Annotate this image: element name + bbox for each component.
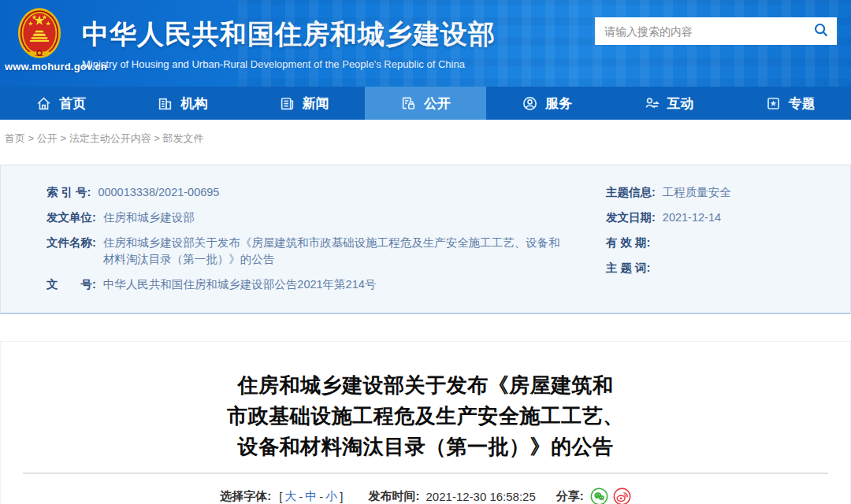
doc-info-value: 中华人民共和国住房和城乡建设部公告2021年第214号: [103, 276, 563, 293]
title-divider: [23, 472, 828, 474]
doc-info-value: [657, 260, 836, 276]
doc-info-row-subject-info: 主题信息: 工程质量安全: [606, 184, 836, 201]
wechat-share-icon[interactable]: [590, 487, 608, 504]
doc-info-value: 工程质量安全: [663, 184, 836, 201]
doc-info-value: 2021-12-14: [663, 209, 836, 226]
doc-info-label: 发文单位:: [46, 209, 96, 226]
interaction-icon: [644, 95, 660, 112]
doc-info-label: 文 号:: [46, 276, 96, 293]
national-emblem: [17, 6, 61, 65]
doc-info-label: 索 引 号:: [46, 184, 91, 201]
doc-info-label: 发文日期:: [606, 209, 656, 226]
nav-item-service[interactable]: 服务: [486, 87, 608, 120]
doc-info-row-validity-period: 有 效 期:: [606, 235, 836, 251]
nav-item-disclosure[interactable]: 公开: [365, 87, 486, 120]
publish-time-label: 发布时间:: [369, 489, 420, 504]
doc-info-label: 有 效 期:: [606, 235, 650, 251]
separator: -: [319, 490, 323, 503]
nav-label: 机构: [180, 94, 207, 113]
organization-icon: [157, 95, 173, 112]
news-icon: [279, 95, 295, 112]
nav-item-topics[interactable]: 专题: [730, 87, 851, 120]
nav-item-home[interactable]: 首页: [0, 87, 121, 120]
bracket: ]: [340, 490, 343, 503]
font-selector-label: 选择字体:: [220, 489, 271, 504]
doc-info-value: 住房和城乡建设部关于发布《房屋建筑和市政基础设施工程危及生产安全施工工艺、设备和…: [103, 235, 563, 268]
nav-label: 专题: [789, 94, 816, 113]
site-subtitle-english: Ministry of Housing and Urban-Rural Deve…: [82, 58, 496, 70]
font-size-small-button[interactable]: 小: [325, 489, 337, 504]
publish-time-value: 2021-12-30 16:58:25: [426, 490, 536, 503]
article-title-line: 设备和材料淘汰目录（第一批）》的公告: [1, 432, 850, 462]
weibo-share-icon[interactable]: [613, 487, 631, 504]
bracket: [: [279, 490, 282, 503]
doc-info-row-keywords: 主 题 词:: [606, 260, 836, 276]
home-icon: [35, 95, 52, 112]
service-icon: [522, 95, 538, 112]
share-label: 分享:: [556, 489, 584, 504]
doc-info-value: [657, 235, 836, 251]
search-input[interactable]: [604, 25, 813, 38]
article-title-line: 市政基础设施工程危及生产安全施工工艺、: [1, 401, 850, 432]
doc-info-row-index-number: 索 引 号: 000013338/2021-00695: [46, 184, 563, 201]
nav-item-interaction[interactable]: 互动: [608, 87, 729, 120]
doc-info-row-document-name: 文件名称: 住房和城乡建设部关于发布《房屋建筑和市政基础设施工程危及生产安全施工…: [46, 235, 563, 268]
doc-info-row-issuing-unit: 发文单位: 住房和城乡建设部: [46, 209, 563, 226]
nav-label: 服务: [545, 94, 572, 113]
search-icon[interactable]: [813, 22, 829, 41]
document-info-panel: 索 引 号: 000013338/2021-00695 发文单位: 住房和城乡建…: [0, 165, 851, 314]
nav-label: 首页: [59, 94, 86, 113]
font-size-medium-button[interactable]: 中: [305, 489, 317, 504]
doc-info-value: 000013338/2021-00695: [98, 184, 563, 201]
article-title: 住房和城乡建设部关于发布《房屋建筑和 市政基础设施工程危及生产安全施工工艺、 设…: [1, 370, 850, 462]
main-nav: 首页 机构 新闻 公开: [0, 87, 851, 120]
disclosure-icon: [400, 95, 417, 112]
article-meta-bar: 选择字体: [ 大 - 中 - 小 ] 发布时间: 2021-12-30 16:…: [1, 487, 850, 504]
nav-item-news[interactable]: 新闻: [243, 87, 365, 120]
separator: -: [299, 490, 303, 503]
doc-info-label: 主 题 词:: [606, 260, 650, 276]
article-panel: 住房和城乡建设部关于发布《房屋建筑和 市政基础设施工程危及生产安全施工工艺、 设…: [0, 341, 851, 504]
doc-info-row-issue-date: 发文日期: 2021-12-14: [606, 209, 836, 226]
site-search[interactable]: [595, 17, 837, 45]
doc-info-row-document-number: 文 号: 中华人民共和国住房和城乡建设部公告2021年第214号: [46, 276, 563, 293]
font-size-large-button[interactable]: 大: [284, 489, 296, 504]
doc-info-value: 住房和城乡建设部: [103, 209, 563, 226]
nav-label: 新闻: [303, 94, 329, 113]
doc-info-label: 主题信息:: [606, 184, 656, 201]
article-title-line: 住房和城乡建设部关于发布《房屋建筑和: [1, 370, 850, 401]
font-size-selector: 选择字体: [ 大 - 中 - 小 ]: [220, 489, 343, 504]
nav-label: 公开: [424, 94, 451, 113]
nav-item-organization[interactable]: 机构: [121, 87, 243, 120]
nav-label: 互动: [667, 94, 694, 113]
topics-icon: [765, 95, 782, 112]
site-header: www.mohurd.gov.cn 中华人民共和国住房和城乡建设部 Minist…: [0, 0, 851, 87]
breadcrumb[interactable]: 首页 > 公开 > 法定主动公开内容 > 部发文件: [0, 120, 851, 156]
doc-info-label: 文件名称:: [46, 235, 96, 268]
site-title: 中华人民共和国住房和城乡建设部: [82, 17, 496, 53]
